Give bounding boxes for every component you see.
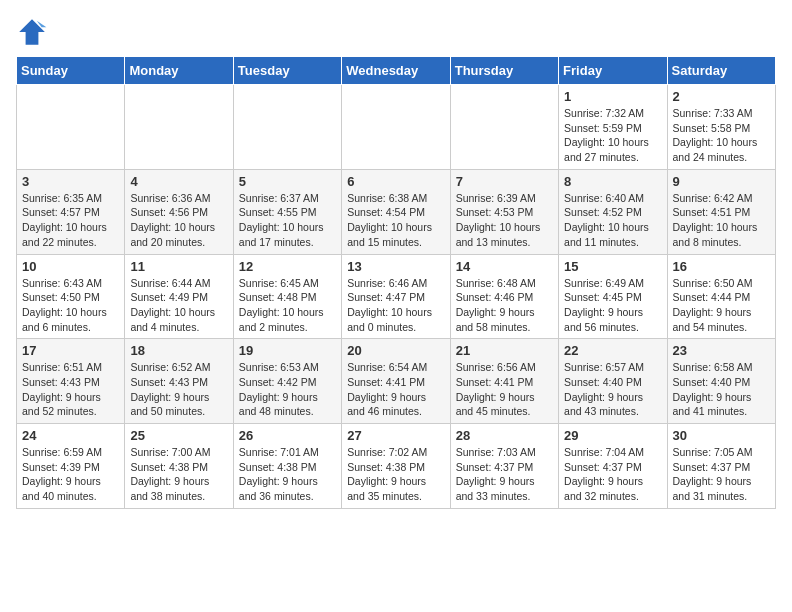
cell-info: Sunrise: 6:36 AM Sunset: 4:56 PM Dayligh…	[130, 191, 227, 250]
day-number: 27	[347, 428, 444, 443]
cell-info: Sunrise: 6:48 AM Sunset: 4:46 PM Dayligh…	[456, 276, 553, 335]
cell-info: Sunrise: 6:39 AM Sunset: 4:53 PM Dayligh…	[456, 191, 553, 250]
calendar-cell: 8Sunrise: 6:40 AM Sunset: 4:52 PM Daylig…	[559, 169, 667, 254]
calendar-table: SundayMondayTuesdayWednesdayThursdayFrid…	[16, 56, 776, 509]
calendar-cell: 13Sunrise: 6:46 AM Sunset: 4:47 PM Dayli…	[342, 254, 450, 339]
calendar-cell: 1Sunrise: 7:32 AM Sunset: 5:59 PM Daylig…	[559, 85, 667, 170]
cell-info: Sunrise: 6:56 AM Sunset: 4:41 PM Dayligh…	[456, 360, 553, 419]
day-number: 20	[347, 343, 444, 358]
day-number: 10	[22, 259, 119, 274]
cell-info: Sunrise: 7:02 AM Sunset: 4:38 PM Dayligh…	[347, 445, 444, 504]
calendar-cell: 21Sunrise: 6:56 AM Sunset: 4:41 PM Dayli…	[450, 339, 558, 424]
calendar-cell: 7Sunrise: 6:39 AM Sunset: 4:53 PM Daylig…	[450, 169, 558, 254]
day-number: 28	[456, 428, 553, 443]
cell-info: Sunrise: 7:03 AM Sunset: 4:37 PM Dayligh…	[456, 445, 553, 504]
calendar-cell	[17, 85, 125, 170]
calendar-cell: 5Sunrise: 6:37 AM Sunset: 4:55 PM Daylig…	[233, 169, 341, 254]
day-header-tuesday: Tuesday	[233, 57, 341, 85]
cell-info: Sunrise: 6:49 AM Sunset: 4:45 PM Dayligh…	[564, 276, 661, 335]
day-number: 25	[130, 428, 227, 443]
day-header-thursday: Thursday	[450, 57, 558, 85]
calendar-cell: 30Sunrise: 7:05 AM Sunset: 4:37 PM Dayli…	[667, 424, 775, 509]
cell-info: Sunrise: 6:51 AM Sunset: 4:43 PM Dayligh…	[22, 360, 119, 419]
cell-info: Sunrise: 6:35 AM Sunset: 4:57 PM Dayligh…	[22, 191, 119, 250]
cell-info: Sunrise: 6:40 AM Sunset: 4:52 PM Dayligh…	[564, 191, 661, 250]
day-header-friday: Friday	[559, 57, 667, 85]
calendar-cell: 29Sunrise: 7:04 AM Sunset: 4:37 PM Dayli…	[559, 424, 667, 509]
logo	[16, 16, 52, 48]
cell-info: Sunrise: 6:46 AM Sunset: 4:47 PM Dayligh…	[347, 276, 444, 335]
cell-info: Sunrise: 7:00 AM Sunset: 4:38 PM Dayligh…	[130, 445, 227, 504]
day-number: 1	[564, 89, 661, 104]
day-number: 12	[239, 259, 336, 274]
day-number: 11	[130, 259, 227, 274]
calendar-cell: 28Sunrise: 7:03 AM Sunset: 4:37 PM Dayli…	[450, 424, 558, 509]
day-number: 24	[22, 428, 119, 443]
calendar-cell: 20Sunrise: 6:54 AM Sunset: 4:41 PM Dayli…	[342, 339, 450, 424]
calendar-cell: 10Sunrise: 6:43 AM Sunset: 4:50 PM Dayli…	[17, 254, 125, 339]
calendar-cell: 25Sunrise: 7:00 AM Sunset: 4:38 PM Dayli…	[125, 424, 233, 509]
calendar-week-row: 17Sunrise: 6:51 AM Sunset: 4:43 PM Dayli…	[17, 339, 776, 424]
day-number: 2	[673, 89, 770, 104]
cell-info: Sunrise: 6:45 AM Sunset: 4:48 PM Dayligh…	[239, 276, 336, 335]
calendar-cell: 19Sunrise: 6:53 AM Sunset: 4:42 PM Dayli…	[233, 339, 341, 424]
day-number: 3	[22, 174, 119, 189]
day-number: 9	[673, 174, 770, 189]
cell-info: Sunrise: 6:53 AM Sunset: 4:42 PM Dayligh…	[239, 360, 336, 419]
cell-info: Sunrise: 6:58 AM Sunset: 4:40 PM Dayligh…	[673, 360, 770, 419]
calendar-cell: 23Sunrise: 6:58 AM Sunset: 4:40 PM Dayli…	[667, 339, 775, 424]
day-header-saturday: Saturday	[667, 57, 775, 85]
day-number: 13	[347, 259, 444, 274]
day-number: 5	[239, 174, 336, 189]
page-header	[16, 16, 776, 48]
calendar-cell: 2Sunrise: 7:33 AM Sunset: 5:58 PM Daylig…	[667, 85, 775, 170]
cell-info: Sunrise: 6:37 AM Sunset: 4:55 PM Dayligh…	[239, 191, 336, 250]
calendar-cell: 27Sunrise: 7:02 AM Sunset: 4:38 PM Dayli…	[342, 424, 450, 509]
day-header-monday: Monday	[125, 57, 233, 85]
calendar-cell: 16Sunrise: 6:50 AM Sunset: 4:44 PM Dayli…	[667, 254, 775, 339]
cell-info: Sunrise: 7:01 AM Sunset: 4:38 PM Dayligh…	[239, 445, 336, 504]
calendar-cell: 22Sunrise: 6:57 AM Sunset: 4:40 PM Dayli…	[559, 339, 667, 424]
calendar-cell: 3Sunrise: 6:35 AM Sunset: 4:57 PM Daylig…	[17, 169, 125, 254]
day-number: 4	[130, 174, 227, 189]
logo-icon	[16, 16, 48, 48]
cell-info: Sunrise: 6:52 AM Sunset: 4:43 PM Dayligh…	[130, 360, 227, 419]
calendar-week-row: 10Sunrise: 6:43 AM Sunset: 4:50 PM Dayli…	[17, 254, 776, 339]
calendar-cell: 15Sunrise: 6:49 AM Sunset: 4:45 PM Dayli…	[559, 254, 667, 339]
calendar-cell	[125, 85, 233, 170]
calendar-week-row: 3Sunrise: 6:35 AM Sunset: 4:57 PM Daylig…	[17, 169, 776, 254]
cell-info: Sunrise: 6:38 AM Sunset: 4:54 PM Dayligh…	[347, 191, 444, 250]
calendar-cell: 12Sunrise: 6:45 AM Sunset: 4:48 PM Dayli…	[233, 254, 341, 339]
calendar-header-row: SundayMondayTuesdayWednesdayThursdayFrid…	[17, 57, 776, 85]
day-number: 7	[456, 174, 553, 189]
calendar-week-row: 1Sunrise: 7:32 AM Sunset: 5:59 PM Daylig…	[17, 85, 776, 170]
calendar-cell: 14Sunrise: 6:48 AM Sunset: 4:46 PM Dayli…	[450, 254, 558, 339]
day-number: 6	[347, 174, 444, 189]
calendar-cell: 18Sunrise: 6:52 AM Sunset: 4:43 PM Dayli…	[125, 339, 233, 424]
calendar-cell	[450, 85, 558, 170]
cell-info: Sunrise: 7:05 AM Sunset: 4:37 PM Dayligh…	[673, 445, 770, 504]
cell-info: Sunrise: 6:50 AM Sunset: 4:44 PM Dayligh…	[673, 276, 770, 335]
day-number: 17	[22, 343, 119, 358]
day-number: 16	[673, 259, 770, 274]
cell-info: Sunrise: 6:59 AM Sunset: 4:39 PM Dayligh…	[22, 445, 119, 504]
calendar-cell: 9Sunrise: 6:42 AM Sunset: 4:51 PM Daylig…	[667, 169, 775, 254]
svg-marker-0	[19, 19, 45, 45]
calendar-week-row: 24Sunrise: 6:59 AM Sunset: 4:39 PM Dayli…	[17, 424, 776, 509]
cell-info: Sunrise: 6:43 AM Sunset: 4:50 PM Dayligh…	[22, 276, 119, 335]
day-number: 23	[673, 343, 770, 358]
cell-info: Sunrise: 6:54 AM Sunset: 4:41 PM Dayligh…	[347, 360, 444, 419]
calendar-cell: 11Sunrise: 6:44 AM Sunset: 4:49 PM Dayli…	[125, 254, 233, 339]
day-number: 14	[456, 259, 553, 274]
cell-info: Sunrise: 6:57 AM Sunset: 4:40 PM Dayligh…	[564, 360, 661, 419]
cell-info: Sunrise: 7:32 AM Sunset: 5:59 PM Dayligh…	[564, 106, 661, 165]
day-number: 15	[564, 259, 661, 274]
day-number: 29	[564, 428, 661, 443]
cell-info: Sunrise: 6:42 AM Sunset: 4:51 PM Dayligh…	[673, 191, 770, 250]
day-header-wednesday: Wednesday	[342, 57, 450, 85]
calendar-cell	[233, 85, 341, 170]
day-number: 21	[456, 343, 553, 358]
day-number: 8	[564, 174, 661, 189]
calendar-cell: 17Sunrise: 6:51 AM Sunset: 4:43 PM Dayli…	[17, 339, 125, 424]
cell-info: Sunrise: 6:44 AM Sunset: 4:49 PM Dayligh…	[130, 276, 227, 335]
